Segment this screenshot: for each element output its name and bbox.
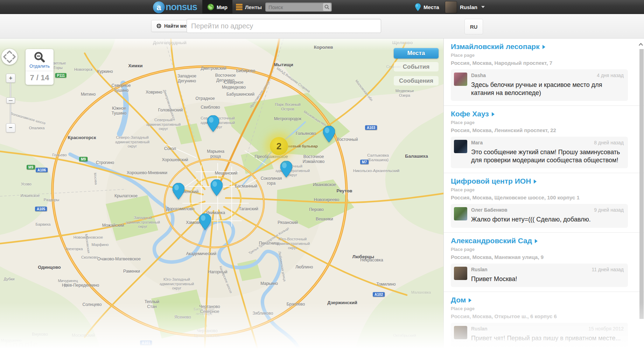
language-button[interactable]: RU [464,19,483,34]
map-pin[interactable] [199,213,211,231]
zoom-out-button[interactable]: Отдалить [26,49,54,71]
zoom-out-step-button[interactable]: − [6,123,15,132]
place-address: Россия, Москва, Манежная улица, 9 [451,254,628,260]
place-address: Россия, Москва, Открытое ш., 6 корпус 6 [451,313,628,319]
arrow-right-icon [535,239,538,243]
map-pin[interactable] [280,161,292,179]
magnifier-minus-icon [34,52,46,63]
logo-text: nonsus [166,2,197,13]
zoom-in-button[interactable]: + [6,74,15,83]
layer-places-label: Места [407,50,425,57]
map-pin-icon [415,3,421,11]
zoom-slider-track[interactable] [10,83,11,124]
layer-button-places[interactable]: Места [394,48,439,59]
comment-author: Ruslan [471,267,488,272]
comment-text: Здесь белочки ручные и красивое место дл… [471,81,624,97]
user-name: Ruslan [460,4,477,10]
layer-events-label: События [403,63,429,70]
logo-badge: a [153,1,165,13]
place-address: Россия, Москва, Народный проспект, 7 [451,60,628,66]
feeds-icon [236,4,243,10]
zoom-slider-handle[interactable] [6,97,15,103]
comment-card: Dasha 4 дня назад Здесь белочки ручные и… [451,69,628,101]
places-sidebar: Измайловский лесопарк Place page Россия,… [443,39,644,355]
comment-author: Олег Бабенков [471,207,507,213]
place-title[interactable]: Кофе Хауз [451,110,489,118]
google-watermark: Google [5,339,38,350]
place-type: Place page [451,120,628,125]
chevron-up-icon [639,43,643,46]
layer-button-messages[interactable]: Сообщения [394,76,439,86]
arrow-right-icon [492,112,495,116]
scrollbar-thumb[interactable] [639,49,644,319]
arrow-right-icon [542,45,545,49]
comment-text: Это сообщение жуткий спам! Прошу заминус… [471,148,624,164]
avatar [454,73,467,86]
place-address: Россия, Москва, Щелковское шоссе, 100 ко… [451,194,628,200]
place-title[interactable]: Цифровой центр ИОН [451,177,531,185]
map-pin[interactable] [211,179,223,197]
zoom-out-label: Отдалить [26,63,54,69]
comment-card: Мага 8 дней назад Это сообщение жуткий с… [451,137,628,168]
place-type: Place page [451,187,628,192]
map-pin[interactable] [173,183,184,201]
search-input[interactable] [265,2,332,12]
minus-icon: − [9,124,13,131]
zoom-level: 7 / 14 [26,71,54,85]
plus-icon: + [9,75,13,82]
comment-card: Олег Бабенков 9 дней назад Жалко фотки н… [451,204,628,228]
locate-icon [156,23,162,29]
avatar [454,326,467,339]
tab-feeds-label: Ленты [245,4,262,10]
address-input[interactable] [187,19,381,33]
comment-time: 15 ноября 2012 [588,326,624,332]
pan-control[interactable] [1,49,18,65]
layer-button-events[interactable]: События [394,62,439,71]
app-logo[interactable]: a nonsus [153,0,197,14]
cluster-marker[interactable]: 2 [270,137,288,155]
place-type: Place page [451,247,628,252]
comment-time: 8 дней назад [594,140,624,145]
comment-author: Ruslan [471,326,488,332]
layer-messages-label: Сообщения [399,77,433,84]
search-button[interactable] [323,3,331,11]
tab-feeds[interactable]: Ленты [231,0,267,14]
chevron-down-icon [481,6,485,8]
nav-places-label: Места [424,4,439,10]
comment-text: Привет Москва! [471,275,624,283]
place-title[interactable]: Измайловский лесопарк [451,42,540,50]
comment-author: Dasha [471,73,486,78]
tab-world[interactable]: Мир [202,0,232,14]
avatar [454,207,467,220]
zoom-card[interactable]: Отдалить 7 / 14 [26,49,54,85]
comment-card: Ruslan 15 ноября 2012 Привет чят! Первый… [451,323,628,347]
map-pin[interactable] [207,115,219,133]
place-item: Останкино, АСК-3 Place page Россия, Моск… [444,351,644,355]
comment-text: Привет чят! Первый раз пишу в приватном … [471,334,624,342]
comment-time: 11 дней назад [592,267,624,272]
arrow-right-icon [469,298,471,302]
top-navbar: a nonsus Мир Ленты Места Ruslan [0,0,644,14]
map-container[interactable]: ДолгопрудныйХимкиМытищиКоролевЩелковоБал… [0,39,443,355]
nav-places[interactable]: Места [415,0,439,14]
place-item: Измайловский лесопарк Place page Россия,… [444,39,644,106]
comment-card: Ruslan 11 дней назад Привет Москва! [451,264,628,287]
address-toolbar: Найти меня RU [0,14,644,39]
place-type: Place page [451,306,628,311]
place-title[interactable]: Дом [451,296,466,304]
globe-icon [207,4,214,11]
map-pin[interactable] [323,126,335,144]
tab-world-label: Мир [217,4,227,10]
user-avatar [445,1,457,13]
pan-arrows-icon [1,49,18,65]
avatar [454,267,467,280]
comment-text: Жалко фотки нету=((( Сделаю, добавлю. [471,216,624,224]
avatar [454,140,467,153]
place-type: Place page [451,53,628,58]
comment-time: 9 дней назад [594,207,624,213]
user-menu[interactable]: Ruslan [445,0,485,14]
place-item: Александровский Сад Place page Россия, М… [444,233,644,292]
scroll-up-button[interactable] [639,43,643,46]
place-item: Дом Place page Россия, Москва, Открытое … [444,292,644,351]
place-title[interactable]: Александровский Сад [451,237,532,245]
